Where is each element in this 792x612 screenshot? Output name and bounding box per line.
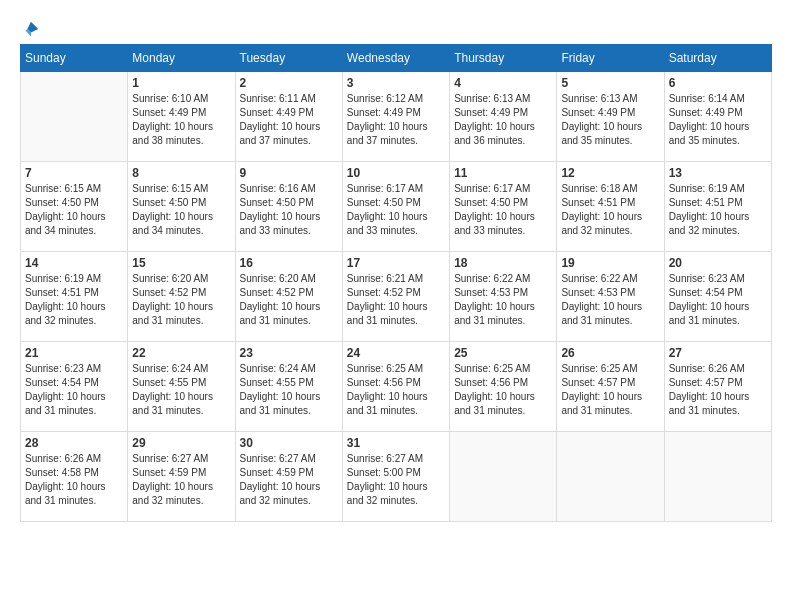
day-number: 29: [132, 436, 230, 450]
calendar-cell: 25Sunrise: 6:25 AMSunset: 4:56 PMDayligh…: [450, 342, 557, 432]
calendar-cell: 1Sunrise: 6:10 AMSunset: 4:49 PMDaylight…: [128, 72, 235, 162]
day-info: Sunrise: 6:10 AMSunset: 4:49 PMDaylight:…: [132, 92, 230, 148]
day-number: 13: [669, 166, 767, 180]
logo-icon: [22, 20, 40, 38]
calendar-cell: 31Sunrise: 6:27 AMSunset: 5:00 PMDayligh…: [342, 432, 449, 522]
calendar-cell: 8Sunrise: 6:15 AMSunset: 4:50 PMDaylight…: [128, 162, 235, 252]
day-info: Sunrise: 6:11 AMSunset: 4:49 PMDaylight:…: [240, 92, 338, 148]
day-number: 18: [454, 256, 552, 270]
calendar-cell: 26Sunrise: 6:25 AMSunset: 4:57 PMDayligh…: [557, 342, 664, 432]
weekday-header-thursday: Thursday: [450, 45, 557, 72]
calendar-cell: 3Sunrise: 6:12 AMSunset: 4:49 PMDaylight…: [342, 72, 449, 162]
day-number: 15: [132, 256, 230, 270]
day-info: Sunrise: 6:24 AMSunset: 4:55 PMDaylight:…: [132, 362, 230, 418]
day-info: Sunrise: 6:15 AMSunset: 4:50 PMDaylight:…: [25, 182, 123, 238]
weekday-header-saturday: Saturday: [664, 45, 771, 72]
day-info: Sunrise: 6:25 AMSunset: 4:57 PMDaylight:…: [561, 362, 659, 418]
day-info: Sunrise: 6:26 AMSunset: 4:58 PMDaylight:…: [25, 452, 123, 508]
day-number: 10: [347, 166, 445, 180]
calendar-cell: 11Sunrise: 6:17 AMSunset: 4:50 PMDayligh…: [450, 162, 557, 252]
day-number: 12: [561, 166, 659, 180]
day-number: 23: [240, 346, 338, 360]
day-number: 21: [25, 346, 123, 360]
day-number: 8: [132, 166, 230, 180]
day-number: 30: [240, 436, 338, 450]
calendar-cell: 6Sunrise: 6:14 AMSunset: 4:49 PMDaylight…: [664, 72, 771, 162]
day-number: 5: [561, 76, 659, 90]
day-number: 4: [454, 76, 552, 90]
day-number: 17: [347, 256, 445, 270]
day-info: Sunrise: 6:16 AMSunset: 4:50 PMDaylight:…: [240, 182, 338, 238]
calendar-cell: 13Sunrise: 6:19 AMSunset: 4:51 PMDayligh…: [664, 162, 771, 252]
day-number: 27: [669, 346, 767, 360]
day-info: Sunrise: 6:14 AMSunset: 4:49 PMDaylight:…: [669, 92, 767, 148]
day-info: Sunrise: 6:13 AMSunset: 4:49 PMDaylight:…: [454, 92, 552, 148]
calendar-week-row: 1Sunrise: 6:10 AMSunset: 4:49 PMDaylight…: [21, 72, 772, 162]
day-info: Sunrise: 6:22 AMSunset: 4:53 PMDaylight:…: [561, 272, 659, 328]
day-info: Sunrise: 6:19 AMSunset: 4:51 PMDaylight:…: [669, 182, 767, 238]
day-info: Sunrise: 6:24 AMSunset: 4:55 PMDaylight:…: [240, 362, 338, 418]
calendar-cell: 29Sunrise: 6:27 AMSunset: 4:59 PMDayligh…: [128, 432, 235, 522]
weekday-header-monday: Monday: [128, 45, 235, 72]
day-info: Sunrise: 6:20 AMSunset: 4:52 PMDaylight:…: [132, 272, 230, 328]
day-info: Sunrise: 6:15 AMSunset: 4:50 PMDaylight:…: [132, 182, 230, 238]
day-info: Sunrise: 6:25 AMSunset: 4:56 PMDaylight:…: [347, 362, 445, 418]
day-info: Sunrise: 6:19 AMSunset: 4:51 PMDaylight:…: [25, 272, 123, 328]
day-number: 6: [669, 76, 767, 90]
day-info: Sunrise: 6:20 AMSunset: 4:52 PMDaylight:…: [240, 272, 338, 328]
day-info: Sunrise: 6:27 AMSunset: 5:00 PMDaylight:…: [347, 452, 445, 508]
calendar-week-row: 21Sunrise: 6:23 AMSunset: 4:54 PMDayligh…: [21, 342, 772, 432]
day-number: 3: [347, 76, 445, 90]
day-number: 24: [347, 346, 445, 360]
weekday-header-friday: Friday: [557, 45, 664, 72]
calendar-cell: 2Sunrise: 6:11 AMSunset: 4:49 PMDaylight…: [235, 72, 342, 162]
day-info: Sunrise: 6:27 AMSunset: 4:59 PMDaylight:…: [132, 452, 230, 508]
calendar-cell: 30Sunrise: 6:27 AMSunset: 4:59 PMDayligh…: [235, 432, 342, 522]
logo: [20, 20, 40, 34]
weekday-header-wednesday: Wednesday: [342, 45, 449, 72]
calendar-cell: 7Sunrise: 6:15 AMSunset: 4:50 PMDaylight…: [21, 162, 128, 252]
calendar-cell: 28Sunrise: 6:26 AMSunset: 4:58 PMDayligh…: [21, 432, 128, 522]
day-info: Sunrise: 6:23 AMSunset: 4:54 PMDaylight:…: [25, 362, 123, 418]
weekday-header-tuesday: Tuesday: [235, 45, 342, 72]
calendar-cell: 15Sunrise: 6:20 AMSunset: 4:52 PMDayligh…: [128, 252, 235, 342]
calendar-cell: 24Sunrise: 6:25 AMSunset: 4:56 PMDayligh…: [342, 342, 449, 432]
calendar-cell: 18Sunrise: 6:22 AMSunset: 4:53 PMDayligh…: [450, 252, 557, 342]
day-number: 9: [240, 166, 338, 180]
day-number: 26: [561, 346, 659, 360]
calendar-cell: 27Sunrise: 6:26 AMSunset: 4:57 PMDayligh…: [664, 342, 771, 432]
calendar-cell: 23Sunrise: 6:24 AMSunset: 4:55 PMDayligh…: [235, 342, 342, 432]
day-info: Sunrise: 6:17 AMSunset: 4:50 PMDaylight:…: [454, 182, 552, 238]
day-number: 22: [132, 346, 230, 360]
calendar-cell: 12Sunrise: 6:18 AMSunset: 4:51 PMDayligh…: [557, 162, 664, 252]
day-number: 28: [25, 436, 123, 450]
day-info: Sunrise: 6:17 AMSunset: 4:50 PMDaylight:…: [347, 182, 445, 238]
calendar-cell: 19Sunrise: 6:22 AMSunset: 4:53 PMDayligh…: [557, 252, 664, 342]
day-number: 11: [454, 166, 552, 180]
day-info: Sunrise: 6:18 AMSunset: 4:51 PMDaylight:…: [561, 182, 659, 238]
calendar-cell: 5Sunrise: 6:13 AMSunset: 4:49 PMDaylight…: [557, 72, 664, 162]
calendar-cell: 16Sunrise: 6:20 AMSunset: 4:52 PMDayligh…: [235, 252, 342, 342]
day-info: Sunrise: 6:13 AMSunset: 4:49 PMDaylight:…: [561, 92, 659, 148]
calendar-cell: 10Sunrise: 6:17 AMSunset: 4:50 PMDayligh…: [342, 162, 449, 252]
day-info: Sunrise: 6:26 AMSunset: 4:57 PMDaylight:…: [669, 362, 767, 418]
calendar-week-row: 14Sunrise: 6:19 AMSunset: 4:51 PMDayligh…: [21, 252, 772, 342]
day-number: 7: [25, 166, 123, 180]
calendar-cell: [450, 432, 557, 522]
weekday-header-sunday: Sunday: [21, 45, 128, 72]
day-number: 31: [347, 436, 445, 450]
day-info: Sunrise: 6:27 AMSunset: 4:59 PMDaylight:…: [240, 452, 338, 508]
page-header: [20, 20, 772, 34]
day-info: Sunrise: 6:22 AMSunset: 4:53 PMDaylight:…: [454, 272, 552, 328]
calendar-cell: 21Sunrise: 6:23 AMSunset: 4:54 PMDayligh…: [21, 342, 128, 432]
day-number: 19: [561, 256, 659, 270]
day-number: 2: [240, 76, 338, 90]
calendar-cell: 9Sunrise: 6:16 AMSunset: 4:50 PMDaylight…: [235, 162, 342, 252]
day-number: 16: [240, 256, 338, 270]
day-number: 14: [25, 256, 123, 270]
calendar-table: SundayMondayTuesdayWednesdayThursdayFrid…: [20, 44, 772, 522]
day-number: 20: [669, 256, 767, 270]
day-number: 25: [454, 346, 552, 360]
calendar-cell: 22Sunrise: 6:24 AMSunset: 4:55 PMDayligh…: [128, 342, 235, 432]
calendar-cell: 4Sunrise: 6:13 AMSunset: 4:49 PMDaylight…: [450, 72, 557, 162]
